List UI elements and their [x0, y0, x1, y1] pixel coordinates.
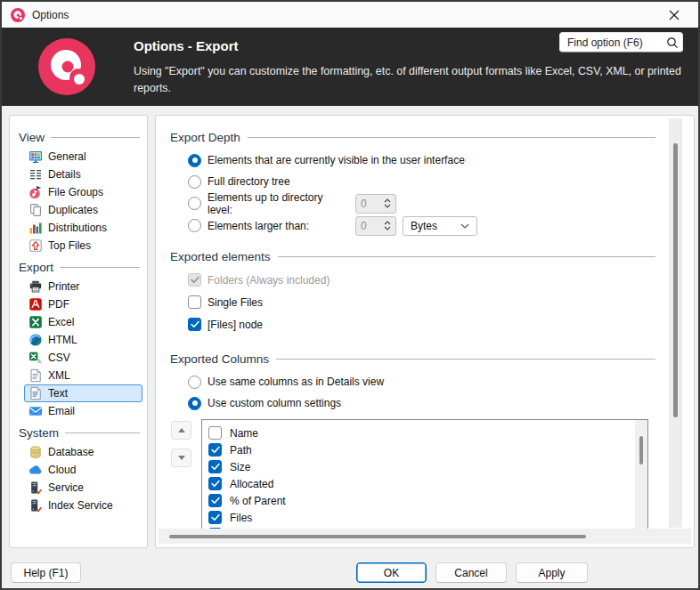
help-button[interactable]: Help (F1) — [11, 562, 81, 583]
sidebar-item-index-service[interactable]: Index Service — [24, 497, 142, 514]
ok-button[interactable]: OK — [356, 562, 427, 583]
panel-horizontal-scrollbar-thumb[interactable] — [169, 535, 586, 538]
spinner-updown-icon[interactable] — [384, 198, 391, 208]
size-unit-dropdown[interactable]: Bytes — [403, 216, 477, 236]
list-item-path[interactable]: Path — [208, 441, 635, 458]
list-item-label: Allocated — [230, 478, 273, 490]
panel-vertical-scrollbar[interactable] — [669, 118, 682, 528]
columns-listbox[interactable]: Name Path Size Allocated % of Parent — [201, 419, 648, 535]
radio-visible-elements[interactable]: Elements that are currently visible in t… — [170, 150, 655, 171]
sidebar-item-file-groups[interactable]: File Groups — [24, 183, 142, 201]
radio-icon[interactable] — [188, 219, 201, 232]
group-export-depth: Export Depth — [170, 128, 655, 146]
checkbox-files-node[interactable]: [Files] node — [170, 313, 655, 335]
file-groups-icon — [28, 185, 43, 199]
sidebar-item-text[interactable]: Text — [24, 384, 142, 402]
app-logo-icon — [11, 8, 25, 22]
sidebar-item-database[interactable]: Database — [24, 443, 142, 461]
radio-icon[interactable] — [188, 175, 201, 189]
sidebar-item-details[interactable]: Details — [24, 166, 142, 183]
find-option-box — [559, 32, 683, 53]
checkbox-icon[interactable] — [208, 494, 222, 507]
checkbox-label: Single Files — [208, 296, 263, 309]
move-column-up-button[interactable] — [171, 421, 191, 440]
checkbox-folders-always-included: Folders (Always included) — [170, 269, 655, 291]
checkbox-icon[interactable] — [208, 477, 222, 490]
tree-item-label: Service — [48, 481, 84, 494]
spinner-value: 0 — [361, 198, 384, 210]
tree-section-export: Export — [19, 258, 140, 276]
checkbox-icon[interactable] — [208, 511, 222, 524]
sidebar-item-excel[interactable]: Excel — [24, 313, 142, 331]
spinner-updown-icon[interactable] — [384, 221, 391, 230]
sidebar-item-html[interactable]: HTML — [24, 331, 142, 349]
size-threshold-spinner[interactable]: 0 — [355, 216, 396, 236]
excel-icon — [28, 315, 43, 329]
checkbox-icon[interactable] — [208, 426, 222, 440]
checkbox-icon — [188, 273, 201, 287]
listbox-scrollbar[interactable] — [635, 420, 647, 534]
sidebar-item-distributions[interactable]: Distributions — [24, 219, 142, 237]
radio-label: Elements up to directory level: — [208, 191, 349, 216]
sidebar-item-duplicates[interactable]: Duplicates — [24, 201, 142, 219]
page-header: Options - Export Using "Export" you can … — [2, 28, 698, 106]
tree-item-label: PDF — [48, 298, 69, 311]
list-item-label: Path — [230, 444, 252, 457]
list-item-files[interactable]: Files — [208, 509, 635, 526]
column-reorder-buttons — [171, 419, 191, 535]
page-title: Options - Export — [134, 38, 239, 53]
radio-icon[interactable] — [188, 376, 201, 389]
list-item-size[interactable]: Size — [208, 458, 635, 475]
tree-item-label: Email — [48, 405, 75, 417]
panel-horizontal-scrollbar[interactable] — [159, 529, 691, 544]
list-item-percent-of-parent[interactable]: % of Parent — [208, 492, 635, 509]
sidebar-item-cloud[interactable]: Cloud — [24, 461, 142, 479]
directory-level-spinner[interactable]: 0 — [355, 194, 396, 214]
checkbox-label: Folders (Always included) — [208, 274, 330, 287]
sidebar-item-pdf[interactable]: PDF — [24, 295, 142, 313]
checkbox-icon[interactable] — [208, 443, 222, 457]
group-exported-columns: Exported Columns — [170, 350, 655, 368]
list-item-allocated[interactable]: Allocated — [208, 475, 635, 492]
listbox-scrollbar-thumb[interactable] — [639, 436, 643, 465]
radio-full-directory-tree[interactable]: Full directory tree — [170, 171, 655, 192]
spinner-value: 0 — [361, 220, 384, 232]
radio-elements-larger-than[interactable]: Elements larger than: 0 Bytes — [170, 214, 655, 237]
page-description: Using "Export" you can customize the for… — [134, 63, 684, 97]
panel-vertical-scrollbar-thumb[interactable] — [673, 143, 678, 417]
search-icon[interactable] — [663, 36, 682, 49]
checkbox-icon[interactable] — [208, 460, 222, 473]
radio-same-columns-as-details[interactable]: Use same columns as in Details view — [170, 371, 655, 392]
close-icon — [668, 9, 680, 21]
radio-custom-column-settings[interactable]: Use custom column settings — [170, 392, 655, 414]
sidebar-item-top-files[interactable]: Top Files — [24, 237, 142, 255]
top-files-arrow-icon — [28, 238, 43, 253]
list-item-label: Size — [230, 461, 250, 473]
tree-item-label: Index Service — [48, 499, 113, 512]
find-option-input[interactable] — [560, 36, 663, 49]
checkbox-single-files[interactable]: Single Files — [170, 291, 655, 313]
move-column-down-button[interactable] — [171, 449, 191, 467]
close-button[interactable] — [659, 2, 689, 28]
tree-item-label: Text — [48, 387, 68, 400]
sidebar-item-printer[interactable]: Printer — [24, 278, 142, 295]
radio-icon[interactable] — [188, 154, 201, 167]
sidebar-item-service[interactable]: Service — [24, 479, 142, 497]
radio-elements-up-to-level[interactable]: Elements up to directory level: 0 — [170, 192, 655, 214]
tree-item-label: Excel — [48, 316, 74, 328]
list-item-name[interactable]: Name — [208, 424, 635, 441]
radio-icon[interactable] — [188, 197, 201, 210]
apply-button[interactable]: Apply — [516, 562, 588, 583]
checkbox-icon[interactable] — [188, 295, 201, 309]
sidebar-item-csv[interactable]: a, CSV — [24, 349, 142, 367]
sidebar-item-general[interactable]: General — [24, 148, 142, 166]
checkbox-icon[interactable] — [188, 318, 201, 331]
radio-label: Use custom column settings — [208, 397, 341, 409]
sidebar-item-xml[interactable]: XML — [24, 367, 142, 384]
cancel-button[interactable]: Cancel — [435, 562, 507, 583]
radio-icon[interactable] — [188, 397, 201, 410]
tree-item-label: Database — [48, 446, 94, 458]
sidebar-item-email[interactable]: Email — [24, 402, 142, 420]
radio-label: Use same columns as in Details view — [208, 376, 384, 388]
csv-icon: a, — [28, 351, 43, 365]
